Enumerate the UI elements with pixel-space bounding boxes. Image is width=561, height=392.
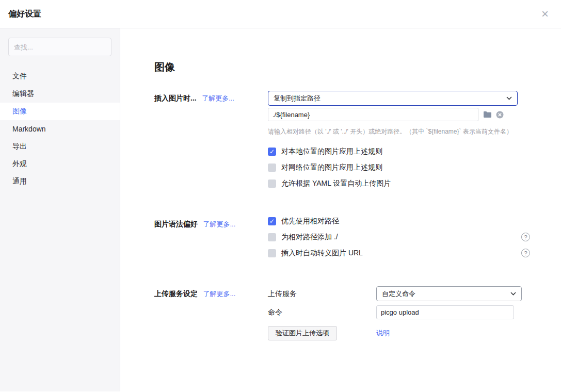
close-icon[interactable]: × [541, 8, 549, 20]
path-input-row [268, 108, 530, 121]
image-syntax-learn-more-link[interactable]: 了解更多... [203, 220, 235, 228]
sidebar-item-appearance[interactable]: 外观 [0, 155, 120, 173]
insert-action-select[interactable]: 复制到指定路径 [268, 91, 518, 106]
search-box [8, 38, 111, 56]
upload-service-label: 上传服务 [268, 289, 376, 299]
preferences-window: 偏好设置 × 文件 编辑器 图像 Markdown 导出 外观 通用 图像 插 [0, 0, 561, 392]
checkbox-row-apply-network[interactable]: 对网络位置的图片应用上述规则 [268, 163, 530, 172]
checkbox-add-dot-slash-label: 为相对路径添加 ./ [281, 233, 338, 242]
upload-service-label-cell: 上传服务设定 了解更多... [154, 286, 268, 345]
checkbox-apply-local[interactable] [268, 148, 276, 156]
sidebar-item-general[interactable]: 通用 [0, 173, 120, 190]
upload-service-select[interactable]: 自定义命令 [376, 286, 522, 301]
sidebar-nav: 文件 编辑器 图像 Markdown 导出 外观 通用 [0, 68, 120, 190]
titlebar: 偏好设置 × [0, 0, 561, 28]
checkbox-row-apply-local[interactable]: 对本地位置的图片应用上述规则 [268, 147, 530, 156]
upload-actions-row: 验证图片上传选项 说明 [268, 326, 530, 340]
upload-service-controls: 上传服务 自定义命令 命令 验证图 [268, 286, 530, 345]
insert-image-learn-more-link[interactable]: 了解更多... [202, 94, 234, 102]
checkbox-add-dot-slash[interactable] [268, 233, 276, 241]
page-title: 图像 [154, 60, 561, 74]
help-icon[interactable]: ? [521, 249, 530, 257]
image-path-input[interactable] [268, 108, 478, 121]
validate-upload-button[interactable]: 验证图片上传选项 [268, 326, 337, 340]
checkbox-yaml-upload-label: 允许根据 YAML 设置自动上传图片 [281, 179, 391, 188]
checkbox-escape-url[interactable] [268, 249, 276, 257]
checkbox-prefer-relative[interactable] [268, 217, 276, 225]
checkbox-row-add-dot-slash[interactable]: 为相对路径添加 ./ ? [268, 233, 530, 242]
main-panel: 图像 插入图片时... 了解更多... 复制到指定路径 [120, 28, 561, 391]
checkbox-row-yaml-upload[interactable]: 允许根据 YAML 设置自动上传图片 [268, 179, 530, 188]
insert-image-controls: 复制到指定路径 [268, 91, 530, 195]
insert-image-label-cell: 插入图片时... 了解更多... [154, 91, 268, 195]
sidebar-item-export[interactable]: 导出 [0, 138, 120, 155]
upload-service-learn-more-link[interactable]: 了解更多... [203, 290, 235, 298]
upload-help-link[interactable]: 说明 [376, 329, 390, 338]
insert-image-section: 插入图片时... 了解更多... 复制到指定路径 [154, 91, 561, 195]
image-syntax-controls: 优先使用相对路径 为相对路径添加 ./ ? 插入时自动转义图片 URL ? [268, 217, 530, 265]
window-body: 文件 编辑器 图像 Markdown 导出 外观 通用 图像 插入图片时... … [0, 28, 561, 391]
chevron-down-icon [510, 292, 516, 296]
upload-service-select-value: 自定义命令 [382, 289, 415, 299]
insert-rules-checkbox-group: 对本地位置的图片应用上述规则 对网络位置的图片应用上述规则 允许根据 YAML … [268, 147, 530, 188]
validate-button-cell: 验证图片上传选项 [268, 326, 376, 340]
upload-command-input[interactable] [376, 305, 514, 319]
window-title: 偏好设置 [8, 9, 41, 20]
folder-icon[interactable] [483, 111, 491, 118]
upload-service-section-label: 上传服务设定 [154, 289, 198, 298]
sidebar-item-markdown[interactable]: Markdown [0, 120, 120, 138]
checkbox-apply-network[interactable] [268, 164, 276, 172]
sidebar-item-file[interactable]: 文件 [0, 68, 120, 85]
sidebar-item-image[interactable]: 图像 [0, 103, 120, 120]
checkbox-row-prefer-relative[interactable]: 优先使用相对路径 [268, 217, 530, 226]
sidebar-item-editor[interactable]: 编辑器 [0, 85, 120, 103]
insert-image-label: 插入图片时... [154, 94, 197, 102]
image-syntax-label: 图片语法偏好 [154, 220, 198, 228]
checkbox-apply-local-label: 对本地位置的图片应用上述规则 [281, 147, 382, 156]
clear-input-icon[interactable] [496, 111, 504, 119]
search-input[interactable] [8, 38, 111, 56]
checkbox-row-escape-url[interactable]: 插入时自动转义图片 URL ? [268, 249, 530, 258]
checkbox-prefer-relative-label: 优先使用相对路径 [281, 217, 339, 226]
image-syntax-section: 图片语法偏好 了解更多... 优先使用相对路径 为相对路径添加 ./ ? [154, 217, 561, 265]
upload-service-section: 上传服务设定 了解更多... 上传服务 自定义命令 命令 [154, 286, 561, 345]
path-hint: 请输入相对路径（以 './' 或 '../' 开头）或绝对路径。（其中 `${f… [268, 127, 530, 136]
help-icon[interactable]: ? [521, 233, 530, 241]
image-syntax-label-cell: 图片语法偏好 了解更多... [154, 217, 268, 265]
insert-action-select-value: 复制到指定路径 [274, 94, 320, 103]
upload-command-row: 命令 [268, 305, 530, 319]
upload-service-row: 上传服务 自定义命令 [268, 286, 530, 301]
sidebar: 文件 编辑器 图像 Markdown 导出 外观 通用 [0, 28, 120, 391]
checkbox-apply-network-label: 对网络位置的图片应用上述规则 [281, 163, 382, 172]
checkbox-yaml-upload[interactable] [268, 179, 276, 188]
upload-command-label: 命令 [268, 308, 376, 317]
chevron-down-icon [506, 96, 512, 100]
checkbox-escape-url-label: 插入时自动转义图片 URL [281, 249, 363, 258]
